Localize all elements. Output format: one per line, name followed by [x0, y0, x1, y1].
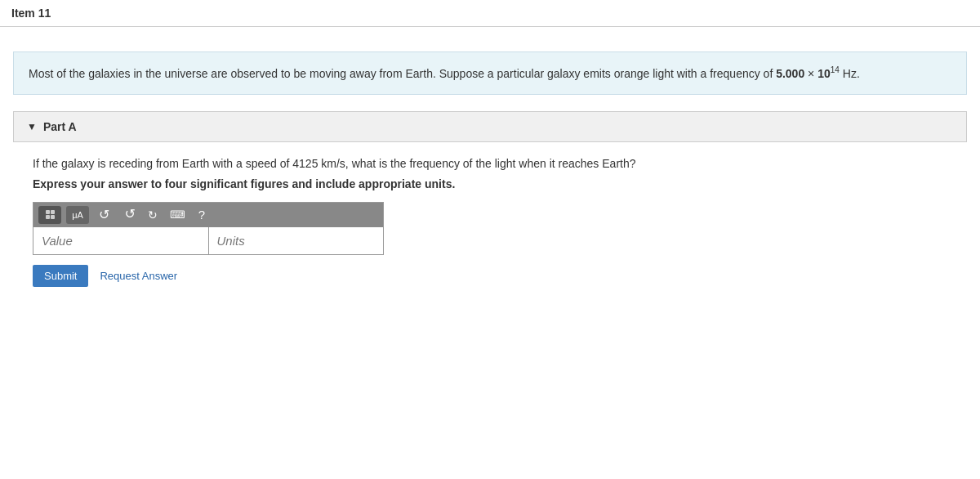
refresh-button[interactable]: ↻	[143, 206, 163, 224]
request-answer-link[interactable]: Request Answer	[100, 270, 177, 282]
question-text: If the galaxy is receding from Earth wit…	[33, 155, 947, 172]
item-title: Item 11	[11, 7, 51, 20]
problem-times: ×	[804, 67, 817, 80]
instruction-text: Express your answer to four significant …	[33, 177, 947, 190]
problem-unit: Hz.	[840, 67, 860, 80]
problem-power: 14	[831, 65, 840, 74]
answer-box: μA ↺ ↻ ↻ ⌨ ?	[33, 202, 384, 255]
action-row: Submit Request Answer	[33, 265, 947, 287]
help-button[interactable]: ?	[192, 206, 212, 224]
undo-button[interactable]: ↺	[94, 206, 114, 224]
answer-toolbar: μA ↺ ↻ ↻ ⌨ ?	[33, 203, 383, 227]
redo-button[interactable]: ↻	[118, 206, 138, 224]
mu-a-icon[interactable]: μA	[66, 206, 89, 224]
part-a-collapse-icon[interactable]: ▼	[27, 121, 37, 132]
keyboard-button[interactable]: ⌨	[167, 206, 187, 224]
part-a-label: Part A	[43, 120, 77, 133]
problem-text-before: Most of the galaxies in the universe are…	[29, 67, 776, 80]
part-a-section[interactable]: ▼ Part A	[13, 111, 967, 142]
value-input[interactable]	[33, 227, 209, 254]
problem-base: 1014	[817, 67, 840, 80]
item-header: Item 11	[0, 0, 980, 27]
problem-statement: Most of the galaxies in the universe are…	[13, 51, 967, 95]
submit-button[interactable]: Submit	[33, 265, 88, 287]
units-input[interactable]	[209, 227, 384, 254]
input-row	[33, 227, 383, 254]
matrix-icon[interactable]	[38, 206, 61, 224]
problem-frequency: 5.000	[776, 67, 804, 80]
part-a-body: If the galaxy is receding from Earth wit…	[33, 155, 947, 287]
